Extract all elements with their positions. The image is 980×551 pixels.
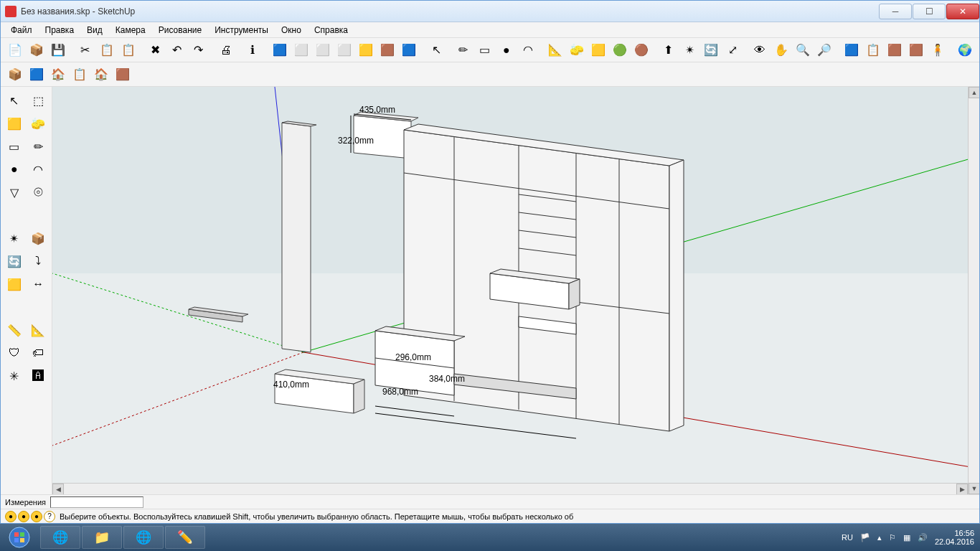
tool-button[interactable]	[4, 296, 25, 318]
minimize-button[interactable]: ─	[879, 4, 912, 19]
language-indicator[interactable]: RU	[842, 533, 853, 542]
tool-button[interactable]: ▽	[4, 182, 25, 203]
tool-button[interactable]: ↖	[4, 90, 25, 111]
toolbar-button[interactable]: 🟨	[356, 40, 376, 60]
toolbar-button[interactable]: 🟢	[610, 40, 630, 60]
toolbar-button[interactable]: ⬜	[313, 40, 333, 60]
toolbar-button[interactable]: ⬜	[334, 40, 354, 60]
hint-icon[interactable]: ●	[5, 511, 17, 522]
tray-up-icon[interactable]: ▴	[877, 533, 882, 542]
menu-tools[interactable]: Инструменты	[209, 24, 274, 37]
toolbar-button[interactable]: 🟫	[377, 40, 397, 60]
tool-button[interactable]: ↔	[28, 273, 50, 295]
toolbar-button[interactable]: ↷	[189, 40, 209, 60]
toolbar-button[interactable]: 📋	[118, 40, 138, 60]
tool-button[interactable]: ⬚	[28, 90, 50, 111]
toolbar-button[interactable]: 📋	[70, 65, 90, 85]
toolbar-button[interactable]: 🖨	[216, 40, 236, 60]
taskbar-explorer[interactable]: 📁	[82, 526, 122, 549]
scroll-down-icon[interactable]: ▼	[969, 483, 979, 494]
tool-button[interactable]: 🅰	[28, 365, 50, 387]
taskbar-chrome-2[interactable]: 🌐	[123, 526, 164, 549]
toolbar-button[interactable]: ↖	[426, 40, 446, 60]
menu-view[interactable]: Вид	[81, 24, 108, 37]
toolbar-button[interactable]: 🟤	[631, 40, 651, 60]
tool-button[interactable]: 🛡	[4, 342, 25, 364]
tool-button[interactable]: 📐	[28, 319, 50, 341]
scrollbar-horizontal[interactable]: ◀ ▶	[52, 483, 968, 494]
toolbar-button[interactable]: 📦	[27, 40, 47, 60]
menu-camera[interactable]: Камера	[110, 24, 151, 37]
tray-network-icon[interactable]: ▦	[903, 533, 910, 542]
menu-edit[interactable]: Правка	[39, 24, 80, 37]
toolbar-button[interactable]: 🧽	[567, 40, 587, 60]
toolbar-button[interactable]: ℹ	[242, 40, 263, 60]
toolbar-button[interactable]: 📋	[863, 40, 883, 60]
scroll-left-icon[interactable]: ◀	[52, 484, 64, 494]
toolbar-button[interactable]: 🟦	[27, 65, 47, 85]
measurements-input[interactable]	[50, 496, 143, 508]
tool-button[interactable]: 🧽	[28, 113, 50, 134]
toolbar-button[interactable]: ✖	[146, 40, 166, 60]
toolbar-button[interactable]: ✂	[75, 40, 95, 60]
toolbar-button[interactable]: 🟨	[588, 40, 608, 60]
system-clock[interactable]: 16:56 22.04.2016	[935, 529, 974, 546]
toolbar-button[interactable]: ✋	[771, 40, 791, 60]
menu-draw[interactable]: Рисование	[153, 24, 207, 37]
toolbar-button[interactable]: ⤢	[722, 40, 743, 60]
toolbar-button[interactable]: 🔄	[701, 40, 721, 60]
menu-help[interactable]: Справка	[308, 24, 354, 37]
tool-button[interactable]: 🏷	[28, 342, 50, 364]
tool-button[interactable]: 🟨	[4, 113, 25, 134]
tray-action-center-icon[interactable]: ⚐	[889, 533, 896, 542]
toolbar-button[interactable]: 📄	[5, 40, 25, 60]
toolbar-button[interactable]: 🏠	[91, 65, 111, 85]
toolbar-button[interactable]: 🌍	[955, 40, 975, 60]
toolbar-button[interactable]: 🟦	[270, 40, 290, 60]
scrollbar-vertical[interactable]: ▲ ▼	[968, 87, 979, 494]
tool-button[interactable]: ⦾	[28, 182, 50, 203]
toolbar-button[interactable]: ◠	[518, 40, 538, 60]
toolbar-button[interactable]: 🟫	[906, 40, 926, 60]
maximize-button[interactable]: ☐	[913, 4, 946, 19]
toolbar-button[interactable]: 🧍	[928, 40, 948, 60]
tool-button[interactable]: 🟨	[4, 273, 25, 295]
tool-button[interactable]	[4, 204, 25, 226]
taskbar-chrome[interactable]: 🌐	[40, 526, 80, 549]
tool-button[interactable]: 📏	[4, 319, 25, 341]
toolbar-button[interactable]: 🟦	[399, 40, 419, 60]
toolbar-button[interactable]: 🔎	[814, 40, 834, 60]
toolbar-button[interactable]: 🟦	[842, 40, 862, 60]
hint-icon[interactable]: ●	[31, 511, 42, 522]
tool-button[interactable]: ✴	[4, 227, 25, 249]
tool-button[interactable]: ◠	[28, 159, 50, 180]
toolbar-button[interactable]: 📦	[5, 65, 25, 85]
menu-file[interactable]: Файл	[5, 24, 38, 37]
start-button[interactable]	[0, 524, 39, 551]
tool-button[interactable]	[28, 204, 50, 226]
scroll-right-icon[interactable]: ▶	[956, 484, 968, 494]
toolbar-button[interactable]: ⬜	[291, 40, 311, 60]
toolbar-button[interactable]: 📋	[97, 40, 117, 60]
toolbar-button[interactable]: 👁	[750, 40, 770, 60]
toolbar-button[interactable]: ↶	[167, 40, 187, 60]
tool-button[interactable]: 📦	[28, 227, 50, 249]
tool-button[interactable]	[28, 296, 50, 318]
taskbar-sketchup[interactable]: ✏️	[165, 526, 205, 549]
toolbar-button[interactable]: ▭	[475, 40, 495, 60]
tool-button[interactable]: ●	[4, 159, 25, 180]
toolbar-button[interactable]: ✴	[680, 40, 700, 60]
scroll-up-icon[interactable]: ▲	[969, 87, 979, 98]
toolbar-button[interactable]: 📐	[545, 40, 565, 60]
tool-button[interactable]: 🔄	[4, 250, 25, 272]
hint-icon[interactable]: ●	[18, 511, 29, 522]
tool-button[interactable]: ✳	[4, 365, 25, 387]
toolbar-button[interactable]: ●	[496, 40, 517, 60]
close-button[interactable]: ✕	[946, 4, 979, 19]
toolbar-button[interactable]: 🟫	[113, 65, 133, 85]
toolbar-button[interactable]: 🏠	[48, 65, 68, 85]
tool-button[interactable]: ✏	[28, 136, 50, 157]
hint-icon[interactable]: ?	[44, 511, 55, 522]
toolbar-button[interactable]: 💾	[48, 40, 68, 60]
viewport-3d[interactable]: 435,0mm 322,0mm 296,0mm 384,0mm 968,0mm …	[52, 87, 979, 494]
